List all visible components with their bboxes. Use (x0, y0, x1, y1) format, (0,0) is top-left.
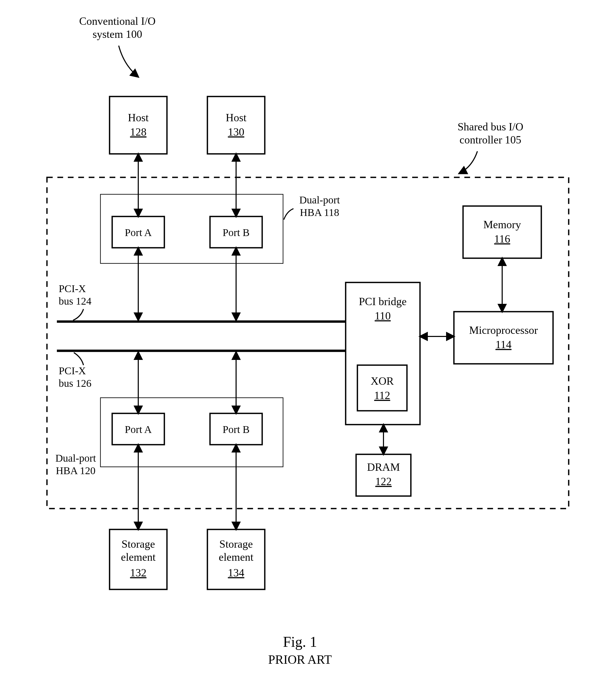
host-128-box (109, 97, 167, 154)
storage-134-l2: element (219, 551, 254, 563)
host-128-name: Host (128, 111, 149, 124)
pointer-hba118 (284, 209, 294, 220)
hba-120-label-l1: Dual-port (55, 452, 96, 464)
microprocessor-name: Microprocessor (469, 324, 538, 336)
hba118-port-a-label: Port A (125, 227, 152, 239)
hba-118-label-l1: Dual-port (299, 194, 340, 206)
figure-caption-l2: PRIOR ART (268, 652, 332, 666)
pointer-controller (459, 151, 477, 173)
bus-124-l1: PCI-X (59, 283, 86, 295)
host-130-ref: 130 (228, 126, 245, 138)
storage-132-l1: Storage (122, 538, 155, 550)
title-line2: system 100 (93, 28, 142, 40)
bus-126-l2: bus 126 (59, 377, 92, 389)
storage-132-l2: element (121, 551, 156, 563)
storage-132-ref: 132 (130, 567, 147, 579)
pointer-bus126 (74, 353, 83, 365)
xor-box (357, 365, 407, 411)
pointer-bus124 (73, 309, 83, 320)
hba-118-label-l2: HBA 118 (300, 206, 340, 218)
memory-box (463, 206, 541, 258)
pci-bridge-ref: 110 (375, 310, 391, 322)
storage-134-l1: Storage (219, 538, 253, 550)
xor-name: XOR (371, 375, 394, 387)
dram-box (356, 454, 411, 496)
bus-124-l2: bus 124 (59, 295, 92, 307)
host-130-name: Host (226, 111, 247, 124)
memory-name: Memory (483, 219, 521, 230)
xor-ref: 112 (374, 390, 390, 401)
dram-name: DRAM (367, 461, 400, 473)
figure-caption-l1: Fig. 1 (283, 634, 317, 650)
controller-label-l1: Shared bus I/O (457, 121, 523, 133)
pointer-title (119, 46, 138, 77)
microprocessor-box (454, 312, 553, 364)
microprocessor-ref: 114 (495, 339, 511, 351)
hba118-port-b-label: Port B (223, 227, 249, 239)
host-128-ref: 128 (130, 126, 147, 138)
diagram-canvas: Conventional I/O system 100 Shared bus I… (0, 0, 600, 700)
dram-ref: 122 (375, 475, 392, 488)
title-line1: Conventional I/O (79, 15, 156, 27)
pci-bridge-name: PCI bridge (359, 296, 406, 307)
bus-126-l1: PCI-X (59, 365, 86, 377)
hba120-port-a-label: Port A (125, 424, 152, 435)
controller-label-l2: controller 105 (460, 134, 522, 146)
storage-134-ref: 134 (228, 567, 245, 579)
memory-ref: 116 (494, 233, 510, 245)
hba120-port-b-label: Port B (223, 424, 249, 435)
host-130-box (207, 97, 265, 154)
hba-120-label-l2: HBA 120 (56, 465, 96, 476)
